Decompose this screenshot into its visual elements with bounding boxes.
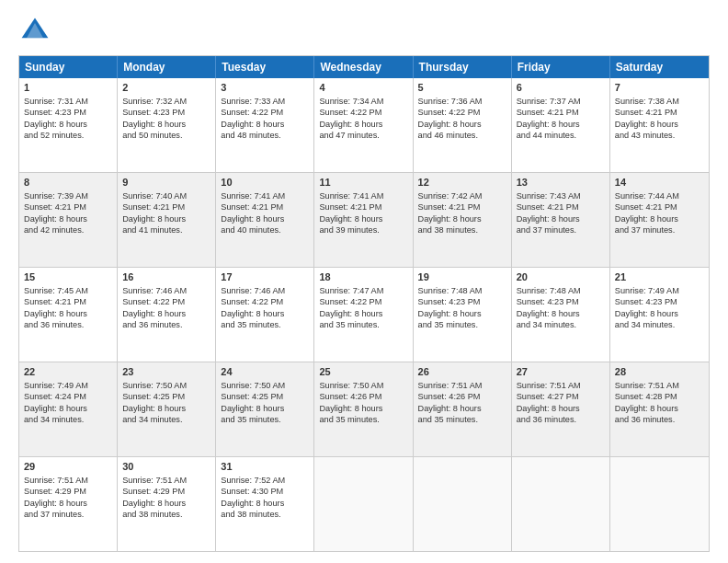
day-info-line: Sunrise: 7:50 AM (319, 380, 407, 391)
day-info-line: and 36 minutes. (517, 414, 605, 425)
calendar-day-cell: 13Sunrise: 7:43 AMSunset: 4:21 PMDayligh… (512, 173, 610, 267)
calendar-day-cell: 30Sunrise: 7:51 AMSunset: 4:29 PMDayligh… (118, 457, 216, 551)
day-info-line: and 44 minutes. (517, 130, 605, 141)
calendar-day-cell: 10Sunrise: 7:41 AMSunset: 4:21 PMDayligh… (216, 173, 314, 267)
page: SundayMondayTuesdayWednesdayThursdayFrid… (0, 0, 728, 563)
calendar-day-cell: 6Sunrise: 7:37 AMSunset: 4:21 PMDaylight… (512, 78, 610, 172)
calendar-week-row: 29Sunrise: 7:51 AMSunset: 4:29 PMDayligh… (19, 457, 709, 551)
day-number: 27 (517, 365, 605, 379)
calendar-week-row: 22Sunrise: 7:49 AMSunset: 4:24 PMDayligh… (19, 362, 709, 457)
day-info-line: Sunrise: 7:51 AM (615, 380, 704, 391)
day-info-line: Sunset: 4:22 PM (418, 107, 506, 118)
day-info-line: Sunset: 4:21 PM (319, 201, 407, 213)
day-info-line: Sunrise: 7:48 AM (517, 285, 605, 296)
day-info-line: Sunset: 4:23 PM (517, 296, 605, 307)
cal-header-cell: Thursday (414, 56, 512, 78)
day-info-line: Sunset: 4:23 PM (122, 107, 210, 118)
day-number: 28 (615, 365, 704, 379)
day-info-line: Daylight: 8 hours (24, 213, 112, 224)
day-number: 3 (221, 81, 309, 95)
day-info-line: Daylight: 8 hours (221, 498, 309, 509)
day-info-line: Sunset: 4:26 PM (319, 391, 407, 402)
day-info-line: Daylight: 8 hours (319, 403, 407, 414)
day-info-line: Sunrise: 7:50 AM (221, 380, 309, 391)
day-number: 5 (418, 81, 506, 95)
calendar-day-cell: 26Sunrise: 7:51 AMSunset: 4:26 PMDayligh… (414, 362, 512, 456)
day-info-line: Daylight: 8 hours (615, 308, 704, 319)
calendar-day-cell: 20Sunrise: 7:48 AMSunset: 4:23 PMDayligh… (512, 268, 610, 362)
day-info-line: and 37 minutes. (517, 224, 605, 236)
calendar-day-cell: 8Sunrise: 7:39 AMSunset: 4:21 PMDaylight… (19, 173, 118, 267)
day-info-line: and 35 minutes. (418, 414, 506, 425)
cal-header-cell: Wednesday (314, 56, 413, 78)
day-info-line: Sunrise: 7:45 AM (24, 285, 112, 296)
day-info-line: and 36 minutes. (24, 319, 112, 330)
day-info-line: Daylight: 8 hours (221, 308, 309, 319)
calendar-day-cell: 11Sunrise: 7:41 AMSunset: 4:21 PMDayligh… (314, 173, 413, 267)
day-info-line: Sunset: 4:23 PM (615, 296, 704, 307)
day-info-line: Daylight: 8 hours (517, 119, 605, 130)
calendar-day-cell: 5Sunrise: 7:36 AMSunset: 4:22 PMDaylight… (414, 78, 512, 172)
day-number: 26 (418, 365, 506, 379)
day-info-line: Sunset: 4:23 PM (418, 296, 506, 307)
day-info-line: Sunset: 4:27 PM (517, 391, 605, 402)
day-info-line: Sunset: 4:21 PM (24, 201, 112, 213)
day-info-line: and 35 minutes. (221, 319, 309, 330)
calendar-week-row: 8Sunrise: 7:39 AMSunset: 4:21 PMDaylight… (19, 173, 709, 268)
day-info-line: Sunrise: 7:51 AM (418, 380, 506, 391)
day-info-line: and 43 minutes. (615, 130, 704, 141)
day-info-line: Sunset: 4:30 PM (221, 486, 309, 497)
day-info-line: Sunset: 4:22 PM (122, 296, 210, 307)
cal-header-cell: Saturday (610, 56, 709, 78)
day-info-line: Sunset: 4:21 PM (418, 201, 506, 213)
calendar-day-cell: 12Sunrise: 7:42 AMSunset: 4:21 PMDayligh… (414, 173, 512, 267)
cal-header-cell: Friday (512, 56, 610, 78)
calendar-day-cell: 18Sunrise: 7:47 AMSunset: 4:22 PMDayligh… (314, 268, 413, 362)
calendar-day-cell: 14Sunrise: 7:44 AMSunset: 4:21 PMDayligh… (610, 173, 709, 267)
calendar-day-cell: 25Sunrise: 7:50 AMSunset: 4:26 PMDayligh… (314, 362, 413, 456)
day-info-line: Sunset: 4:25 PM (122, 391, 210, 402)
day-info-line: and 36 minutes. (615, 414, 704, 425)
calendar-week-row: 1Sunrise: 7:31 AMSunset: 4:23 PMDaylight… (19, 78, 709, 173)
cal-header-cell: Tuesday (216, 56, 314, 78)
day-info-line: Sunrise: 7:34 AM (319, 96, 407, 107)
day-info-line: and 35 minutes. (319, 414, 407, 425)
cal-header-cell: Sunday (19, 56, 118, 78)
day-number: 30 (122, 460, 210, 474)
day-info-line: Sunrise: 7:48 AM (418, 285, 506, 296)
calendar-day-cell: 27Sunrise: 7:51 AMSunset: 4:27 PMDayligh… (512, 362, 610, 456)
day-number: 7 (615, 81, 704, 95)
day-number: 2 (122, 81, 210, 95)
calendar-empty-cell (512, 457, 610, 551)
day-number: 21 (615, 270, 704, 284)
day-info-line: Sunset: 4:28 PM (615, 391, 704, 402)
day-info-line: Daylight: 8 hours (517, 213, 605, 224)
day-info-line: Daylight: 8 hours (517, 308, 605, 319)
calendar-day-cell: 2Sunrise: 7:32 AMSunset: 4:23 PMDaylight… (118, 78, 216, 172)
day-number: 16 (122, 270, 210, 284)
day-info-line: Sunset: 4:21 PM (122, 201, 210, 213)
day-number: 24 (221, 365, 309, 379)
day-info-line: and 36 minutes. (122, 319, 210, 330)
day-number: 19 (418, 270, 506, 284)
logo (18, 15, 55, 48)
day-info-line: and 37 minutes. (615, 224, 704, 236)
day-info-line: Sunrise: 7:36 AM (418, 96, 506, 107)
day-info-line: Sunrise: 7:39 AM (24, 190, 112, 201)
day-info-line: Sunset: 4:21 PM (615, 201, 704, 213)
day-info-line: Sunrise: 7:51 AM (517, 380, 605, 391)
day-info-line: Sunset: 4:29 PM (24, 486, 112, 497)
day-number: 10 (221, 176, 309, 190)
day-number: 1 (24, 81, 112, 95)
day-info-line: Sunrise: 7:32 AM (122, 96, 210, 107)
day-info-line: Sunset: 4:21 PM (517, 201, 605, 213)
day-number: 22 (24, 365, 112, 379)
day-info-line: and 42 minutes. (24, 224, 112, 236)
day-info-line: Sunrise: 7:49 AM (24, 380, 112, 391)
day-number: 20 (517, 270, 605, 284)
day-info-line: Daylight: 8 hours (122, 119, 210, 130)
day-info-line: and 38 minutes. (418, 224, 506, 236)
day-info-line: Sunrise: 7:33 AM (221, 96, 309, 107)
day-info-line: Sunset: 4:22 PM (319, 107, 407, 118)
day-info-line: and 37 minutes. (24, 509, 112, 520)
